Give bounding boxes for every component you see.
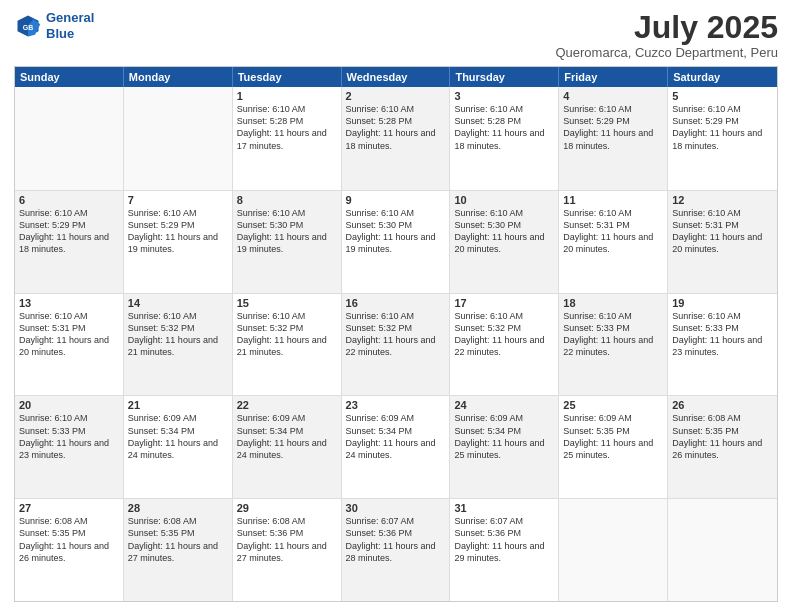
calendar-cell: 31Sunrise: 6:07 AM Sunset: 5:36 PM Dayli… bbox=[450, 499, 559, 601]
cell-info: Sunrise: 6:10 AM Sunset: 5:31 PM Dayligh… bbox=[672, 207, 773, 256]
cell-info: Sunrise: 6:08 AM Sunset: 5:35 PM Dayligh… bbox=[672, 412, 773, 461]
day-number: 15 bbox=[237, 297, 337, 309]
day-number: 24 bbox=[454, 399, 554, 411]
calendar-cell: 29Sunrise: 6:08 AM Sunset: 5:36 PM Dayli… bbox=[233, 499, 342, 601]
calendar-cell: 6Sunrise: 6:10 AM Sunset: 5:29 PM Daylig… bbox=[15, 191, 124, 293]
day-number: 23 bbox=[346, 399, 446, 411]
cell-info: Sunrise: 6:07 AM Sunset: 5:36 PM Dayligh… bbox=[454, 515, 554, 564]
day-number: 3 bbox=[454, 90, 554, 102]
day-number: 17 bbox=[454, 297, 554, 309]
cell-info: Sunrise: 6:10 AM Sunset: 5:33 PM Dayligh… bbox=[672, 310, 773, 359]
cell-info: Sunrise: 6:10 AM Sunset: 5:30 PM Dayligh… bbox=[454, 207, 554, 256]
calendar-row: 27Sunrise: 6:08 AM Sunset: 5:35 PM Dayli… bbox=[15, 498, 777, 601]
calendar-cell: 5Sunrise: 6:10 AM Sunset: 5:29 PM Daylig… bbox=[668, 87, 777, 190]
cell-info: Sunrise: 6:10 AM Sunset: 5:32 PM Dayligh… bbox=[128, 310, 228, 359]
weekday-header: Saturday bbox=[668, 67, 777, 87]
cell-info: Sunrise: 6:09 AM Sunset: 5:34 PM Dayligh… bbox=[237, 412, 337, 461]
calendar-cell: 13Sunrise: 6:10 AM Sunset: 5:31 PM Dayli… bbox=[15, 294, 124, 396]
weekday-header: Sunday bbox=[15, 67, 124, 87]
day-number: 6 bbox=[19, 194, 119, 206]
weekday-header: Wednesday bbox=[342, 67, 451, 87]
calendar-cell: 21Sunrise: 6:09 AM Sunset: 5:34 PM Dayli… bbox=[124, 396, 233, 498]
calendar-cell: 4Sunrise: 6:10 AM Sunset: 5:29 PM Daylig… bbox=[559, 87, 668, 190]
day-number: 27 bbox=[19, 502, 119, 514]
day-number: 16 bbox=[346, 297, 446, 309]
calendar-body: 1Sunrise: 6:10 AM Sunset: 5:28 PM Daylig… bbox=[15, 87, 777, 601]
calendar-cell: 24Sunrise: 6:09 AM Sunset: 5:34 PM Dayli… bbox=[450, 396, 559, 498]
day-number: 9 bbox=[346, 194, 446, 206]
cell-info: Sunrise: 6:09 AM Sunset: 5:34 PM Dayligh… bbox=[346, 412, 446, 461]
day-number: 1 bbox=[237, 90, 337, 102]
calendar-cell: 12Sunrise: 6:10 AM Sunset: 5:31 PM Dayli… bbox=[668, 191, 777, 293]
calendar-row: 13Sunrise: 6:10 AM Sunset: 5:31 PM Dayli… bbox=[15, 293, 777, 396]
calendar-row: 20Sunrise: 6:10 AM Sunset: 5:33 PM Dayli… bbox=[15, 395, 777, 498]
cell-info: Sunrise: 6:10 AM Sunset: 5:31 PM Dayligh… bbox=[19, 310, 119, 359]
logo-icon: GB bbox=[14, 12, 42, 40]
calendar-cell: 19Sunrise: 6:10 AM Sunset: 5:33 PM Dayli… bbox=[668, 294, 777, 396]
calendar-cell: 23Sunrise: 6:09 AM Sunset: 5:34 PM Dayli… bbox=[342, 396, 451, 498]
day-number: 29 bbox=[237, 502, 337, 514]
cell-info: Sunrise: 6:09 AM Sunset: 5:34 PM Dayligh… bbox=[128, 412, 228, 461]
cell-info: Sunrise: 6:09 AM Sunset: 5:34 PM Dayligh… bbox=[454, 412, 554, 461]
cell-info: Sunrise: 6:08 AM Sunset: 5:36 PM Dayligh… bbox=[237, 515, 337, 564]
day-number: 10 bbox=[454, 194, 554, 206]
day-number: 7 bbox=[128, 194, 228, 206]
day-number: 30 bbox=[346, 502, 446, 514]
svg-text:GB: GB bbox=[23, 23, 34, 30]
calendar-cell: 2Sunrise: 6:10 AM Sunset: 5:28 PM Daylig… bbox=[342, 87, 451, 190]
day-number: 25 bbox=[563, 399, 663, 411]
cell-info: Sunrise: 6:08 AM Sunset: 5:35 PM Dayligh… bbox=[128, 515, 228, 564]
day-number: 21 bbox=[128, 399, 228, 411]
calendar-cell bbox=[668, 499, 777, 601]
day-number: 2 bbox=[346, 90, 446, 102]
cell-info: Sunrise: 6:10 AM Sunset: 5:32 PM Dayligh… bbox=[346, 310, 446, 359]
day-number: 26 bbox=[672, 399, 773, 411]
weekday-header: Thursday bbox=[450, 67, 559, 87]
calendar-row: 1Sunrise: 6:10 AM Sunset: 5:28 PM Daylig… bbox=[15, 87, 777, 190]
day-number: 12 bbox=[672, 194, 773, 206]
cell-info: Sunrise: 6:10 AM Sunset: 5:33 PM Dayligh… bbox=[19, 412, 119, 461]
calendar-row: 6Sunrise: 6:10 AM Sunset: 5:29 PM Daylig… bbox=[15, 190, 777, 293]
calendar-cell: 14Sunrise: 6:10 AM Sunset: 5:32 PM Dayli… bbox=[124, 294, 233, 396]
calendar-cell: 25Sunrise: 6:09 AM Sunset: 5:35 PM Dayli… bbox=[559, 396, 668, 498]
calendar-cell bbox=[15, 87, 124, 190]
calendar-cell: 7Sunrise: 6:10 AM Sunset: 5:29 PM Daylig… bbox=[124, 191, 233, 293]
cell-info: Sunrise: 6:07 AM Sunset: 5:36 PM Dayligh… bbox=[346, 515, 446, 564]
cell-info: Sunrise: 6:10 AM Sunset: 5:30 PM Dayligh… bbox=[346, 207, 446, 256]
cell-info: Sunrise: 6:10 AM Sunset: 5:28 PM Dayligh… bbox=[346, 103, 446, 152]
title-block: July 2025 Queromarca, Cuzco Department, … bbox=[555, 10, 778, 60]
cell-info: Sunrise: 6:08 AM Sunset: 5:35 PM Dayligh… bbox=[19, 515, 119, 564]
day-number: 14 bbox=[128, 297, 228, 309]
cell-info: Sunrise: 6:10 AM Sunset: 5:29 PM Dayligh… bbox=[19, 207, 119, 256]
calendar-cell: 30Sunrise: 6:07 AM Sunset: 5:36 PM Dayli… bbox=[342, 499, 451, 601]
cell-info: Sunrise: 6:10 AM Sunset: 5:33 PM Dayligh… bbox=[563, 310, 663, 359]
day-number: 31 bbox=[454, 502, 554, 514]
page: GB General Blue July 2025 Queromarca, Cu… bbox=[0, 0, 792, 612]
cell-info: Sunrise: 6:10 AM Sunset: 5:31 PM Dayligh… bbox=[563, 207, 663, 256]
cell-info: Sunrise: 6:10 AM Sunset: 5:30 PM Dayligh… bbox=[237, 207, 337, 256]
calendar-cell: 17Sunrise: 6:10 AM Sunset: 5:32 PM Dayli… bbox=[450, 294, 559, 396]
cell-info: Sunrise: 6:10 AM Sunset: 5:29 PM Dayligh… bbox=[563, 103, 663, 152]
calendar-cell: 20Sunrise: 6:10 AM Sunset: 5:33 PM Dayli… bbox=[15, 396, 124, 498]
calendar-cell: 16Sunrise: 6:10 AM Sunset: 5:32 PM Dayli… bbox=[342, 294, 451, 396]
calendar-cell: 27Sunrise: 6:08 AM Sunset: 5:35 PM Dayli… bbox=[15, 499, 124, 601]
calendar-cell: 28Sunrise: 6:08 AM Sunset: 5:35 PM Dayli… bbox=[124, 499, 233, 601]
calendar-cell bbox=[124, 87, 233, 190]
day-number: 28 bbox=[128, 502, 228, 514]
calendar-cell: 22Sunrise: 6:09 AM Sunset: 5:34 PM Dayli… bbox=[233, 396, 342, 498]
day-number: 18 bbox=[563, 297, 663, 309]
calendar-header: SundayMondayTuesdayWednesdayThursdayFrid… bbox=[15, 67, 777, 87]
cell-info: Sunrise: 6:09 AM Sunset: 5:35 PM Dayligh… bbox=[563, 412, 663, 461]
cell-info: Sunrise: 6:10 AM Sunset: 5:29 PM Dayligh… bbox=[672, 103, 773, 152]
calendar-cell bbox=[559, 499, 668, 601]
calendar-cell: 11Sunrise: 6:10 AM Sunset: 5:31 PM Dayli… bbox=[559, 191, 668, 293]
day-number: 22 bbox=[237, 399, 337, 411]
cell-info: Sunrise: 6:10 AM Sunset: 5:32 PM Dayligh… bbox=[454, 310, 554, 359]
calendar-cell: 26Sunrise: 6:08 AM Sunset: 5:35 PM Dayli… bbox=[668, 396, 777, 498]
calendar-cell: 15Sunrise: 6:10 AM Sunset: 5:32 PM Dayli… bbox=[233, 294, 342, 396]
weekday-header: Tuesday bbox=[233, 67, 342, 87]
weekday-header: Friday bbox=[559, 67, 668, 87]
logo: GB General Blue bbox=[14, 10, 94, 41]
day-number: 20 bbox=[19, 399, 119, 411]
calendar-cell: 10Sunrise: 6:10 AM Sunset: 5:30 PM Dayli… bbox=[450, 191, 559, 293]
